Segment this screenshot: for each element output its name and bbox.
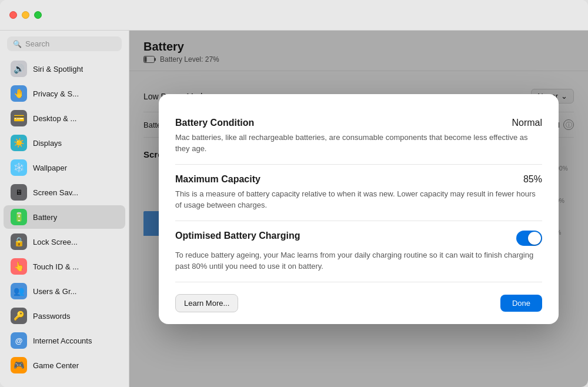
sidebar-label-battery: Battery	[33, 213, 57, 222]
sidebar-label-wallpaper: Wallpaper	[33, 164, 67, 172]
touchid-icon: 👆	[11, 258, 27, 275]
sidebar-label-touchid: Touch ID & ...	[33, 262, 79, 271]
sidebar-item-privacy[interactable]: 🤚 Privacy & S...	[4, 82, 125, 105]
maximum-capacity-value: 85%	[523, 174, 542, 185]
sidebar-label-internet-accounts: Internet Accounts	[33, 336, 92, 345]
users-icon: 👥	[11, 283, 27, 299]
toggle-knob	[528, 232, 541, 245]
privacy-icon: 🤚	[11, 85, 27, 102]
sidebar-label-passwords: Passwords	[33, 312, 71, 321]
sidebar-item-wallpaper[interactable]: ❄️ Wallpaper	[4, 156, 125, 179]
wallpaper-icon: ❄️	[11, 159, 27, 176]
sidebar-item-desktop[interactable]: 💳 Desktop & ...	[4, 106, 125, 130]
sidebar-item-siri[interactable]: 🔊 Siri & Spotlight	[4, 57, 125, 81]
sidebar-label-game-center: Game Center	[33, 361, 79, 370]
sidebar-item-users[interactable]: 👥 Users & Gr...	[4, 279, 125, 303]
game-center-icon: 🎮	[11, 357, 27, 373]
done-button[interactable]: Done	[500, 295, 542, 312]
sidebar-item-displays[interactable]: ☀️ Displays	[4, 131, 125, 155]
optimised-charging-section: Optimised Battery Charging To reduce bat…	[175, 221, 542, 282]
maximum-capacity-section: Maximum Capacity 85% This is a measure o…	[175, 165, 542, 221]
overlay: Battery Condition Normal Mac batteries, …	[129, 31, 588, 387]
battery-condition-dialog-value: Normal	[512, 118, 542, 128]
optimised-charging-desc: To reduce battery ageing, your Mac learn…	[175, 249, 542, 272]
sidebar-item-game-center[interactable]: 🎮 Game Center	[4, 353, 125, 377]
battery-condition-section: Battery Condition Normal Mac batteries, …	[175, 108, 542, 165]
sidebar-item-battery[interactable]: 🔋 Battery	[4, 205, 125, 229]
internet-accounts-icon: @	[11, 332, 27, 349]
siri-icon: 🔊	[11, 61, 27, 77]
maximum-capacity-header: Maximum Capacity 85%	[175, 174, 542, 185]
minimize-button[interactable]	[22, 11, 29, 19]
sidebar-item-passwords[interactable]: 🔑 Passwords	[4, 304, 125, 328]
search-placeholder: Search	[25, 39, 49, 48]
optimised-charging-header: Optimised Battery Charging	[175, 231, 542, 246]
dialog-footer: Learn More... Done	[175, 294, 542, 312]
maximum-capacity-desc: This is a measure of battery capacity re…	[175, 188, 542, 211]
battery-condition-header: Battery Condition Normal	[175, 118, 542, 128]
learn-more-button[interactable]: Learn More...	[175, 294, 238, 312]
sidebar-item-internet-accounts[interactable]: @ Internet Accounts	[4, 329, 125, 352]
search-bar[interactable]: 🔍 Search	[7, 36, 122, 51]
sidebar-item-touchid[interactable]: 👆 Touch ID & ...	[4, 255, 125, 278]
sidebar-label-users: Users & Gr...	[33, 287, 76, 296]
sidebar-label-siri: Siri & Spotlight	[33, 65, 83, 74]
displays-icon: ☀️	[11, 135, 27, 151]
maximum-capacity-title: Maximum Capacity	[175, 174, 260, 185]
sidebar-item-screensaver[interactable]: 🖥 Screen Sav...	[4, 181, 125, 204]
title-bar	[0, 0, 588, 31]
maximize-button[interactable]	[34, 11, 42, 19]
desktop-icon: 💳	[11, 110, 27, 126]
sidebar-label-screensaver: Screen Sav...	[33, 188, 78, 197]
passwords-icon: 🔑	[11, 308, 27, 324]
macos-window: 🔍 Search 🔊 Siri & Spotlight 🤚 Privacy & …	[0, 0, 588, 387]
battery-condition-title: Battery Condition	[175, 118, 254, 128]
search-icon: 🔍	[13, 40, 22, 48]
content-area: 🔍 Search 🔊 Siri & Spotlight 🤚 Privacy & …	[0, 31, 588, 387]
lockscreen-icon: 🔒	[11, 233, 27, 250]
sidebar: 🔍 Search 🔊 Siri & Spotlight 🤚 Privacy & …	[0, 31, 129, 387]
optimised-charging-toggle[interactable]	[516, 231, 542, 246]
sidebar-item-lockscreen[interactable]: 🔒 Lock Scree...	[4, 230, 125, 253]
close-button[interactable]	[9, 11, 17, 19]
sidebar-label-desktop: Desktop & ...	[33, 114, 76, 123]
battery-info-dialog: Battery Condition Normal Mac batteries, …	[159, 94, 559, 324]
sidebar-label-lockscreen: Lock Scree...	[33, 238, 78, 246]
sidebar-label-displays: Displays	[33, 139, 62, 148]
main-panel: Battery Battery Level: 27% Low Power Mod…	[129, 31, 588, 387]
traffic-lights	[9, 11, 42, 19]
battery-icon: 🔋	[11, 209, 27, 225]
battery-condition-desc: Mac batteries, like all rechargeable bat…	[175, 132, 542, 155]
optimised-charging-title: Optimised Battery Charging	[175, 231, 300, 241]
sidebar-label-privacy: Privacy & S...	[33, 89, 79, 98]
screensaver-icon: 🖥	[11, 184, 27, 201]
